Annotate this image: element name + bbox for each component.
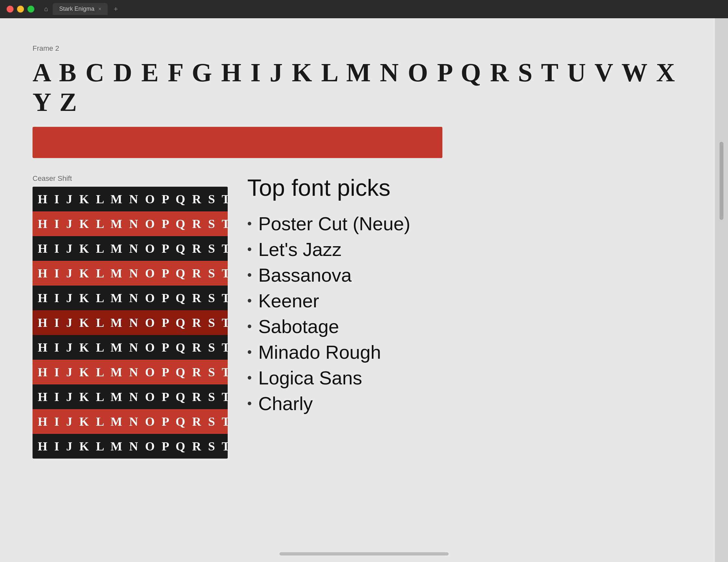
font-row-text: H I J K L M N O P Q R S T [38,439,228,453]
font-row-text: H I J K L M N O P Q R S T [38,365,228,379]
font-row-text: H I J K L M N O P Q R S T [38,192,228,206]
bullet-icon: • [247,345,252,359]
font-row-text: H I J K L M N O P Q R S T [38,241,228,256]
font-name: Logica Sans [258,367,362,389]
font-row-text: H I J K L M N O P Q R S T [38,266,228,280]
tab-close-button[interactable]: × [98,6,101,12]
list-item: •Logica Sans [247,365,682,391]
new-tab-button[interactable]: + [114,5,118,13]
font-name: Keener [258,290,319,312]
font-name: Poster Cut (Neue) [258,213,410,234]
titlebar: ⌂ Stark Enigma × + [0,0,728,18]
picks-list: •Poster Cut (Neue)•Let's Jazz•Bassanova•… [247,211,682,416]
scrollbar-thumb[interactable] [720,142,723,220]
list-item: •Sabotage [247,314,682,339]
font-row-text: H I J K L M N O P Q R S T [38,315,228,330]
list-item: •Minado Rough [247,339,682,365]
font-row: H I J K L M N O P Q R S T [33,409,228,434]
font-name: Minado Rough [258,341,381,363]
maximize-button[interactable] [27,6,34,13]
list-item: •Let's Jazz [247,236,682,262]
font-row: H I J K L M N O P Q R S T [33,335,228,360]
font-row: H I J K L M N O P Q R S T [33,211,228,236]
font-row-text: H I J K L M N O P Q R S T [38,340,228,355]
font-display: H I J K L M N O P Q R S TH I J K L M N O… [33,187,228,459]
font-row: H I J K L M N O P Q R S T [33,286,228,310]
bullet-icon: • [247,370,252,385]
font-row: H I J K L M N O P Q R S T [33,360,228,384]
font-name: Bassanova [258,264,352,286]
font-row-text: H I J K L M N O P Q R S T [38,217,228,231]
font-row-text: H I J K L M N O P Q R S T [38,414,228,429]
home-icon[interactable]: ⌂ [44,5,48,13]
bullet-icon: • [247,242,252,257]
font-name: Sabotage [258,315,339,337]
list-item: •Bassanova [247,262,682,288]
bullet-icon: • [247,293,252,308]
font-row: H I J K L M N O P Q R S T [33,261,228,286]
canvas-area: Frame 2 A B C D E F G H I J K L M N O P … [0,18,715,562]
font-row: H I J K L M N O P Q R S T [33,187,228,211]
scrollbar-track[interactable] [715,18,728,562]
picks-title: Top font picks [247,174,682,201]
bottom-section: Ceaser Shift H I J K L M N O P Q R S TH … [33,174,682,459]
font-row: H I J K L M N O P Q R S T [33,310,228,335]
list-item: •Poster Cut (Neue) [247,211,682,236]
panel-label: Ceaser Shift [33,174,228,183]
bullet-icon: • [247,396,252,411]
list-item: •Keener [247,288,682,314]
traffic-lights [7,6,34,13]
alphabet-header: A B C D E F G H I J K L M N O P Q R S T … [33,58,682,117]
tab-label: Stark Enigma [59,6,94,12]
font-name: Charly [258,393,313,414]
bullet-icon: • [247,268,252,282]
font-row: H I J K L M N O P Q R S T [33,384,228,409]
bullet-icon: • [247,319,252,334]
browser-tab[interactable]: Stark Enigma × [53,3,108,15]
minimize-button[interactable] [17,6,24,13]
font-row-text: H I J K L M N O P Q R S T [38,291,228,305]
font-row: H I J K L M N O P Q R S T [33,236,228,261]
frame-label: Frame 2 [33,44,682,53]
font-picks: Top font picks •Poster Cut (Neue)•Let's … [247,174,682,416]
font-name: Let's Jazz [258,238,342,260]
bullet-icon: • [247,216,252,231]
font-row: H I J K L M N O P Q R S T [33,434,228,459]
close-button[interactable] [7,6,14,13]
red-bar [33,127,442,158]
main-content: Frame 2 A B C D E F G H I J K L M N O P … [0,18,728,562]
list-item: •Charly [247,391,682,416]
ceaser-panel: Ceaser Shift H I J K L M N O P Q R S TH … [33,174,228,459]
bottom-scrollbar[interactable] [279,552,449,555]
font-row-text: H I J K L M N O P Q R S T [38,390,228,404]
